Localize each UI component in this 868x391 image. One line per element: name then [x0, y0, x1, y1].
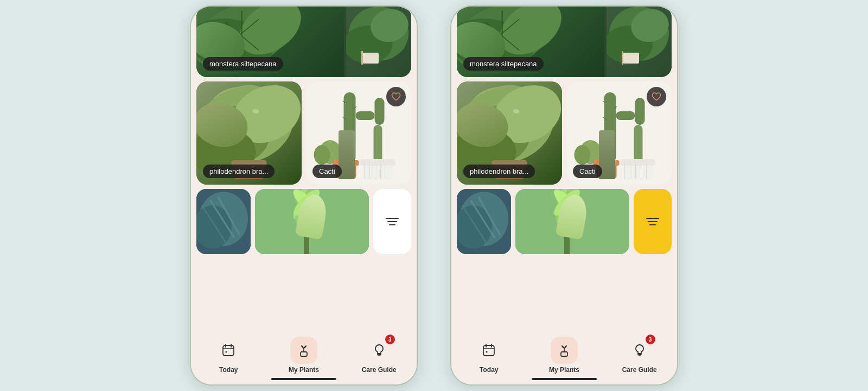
svg-point-95 [575, 145, 591, 165]
filter-line-1 [386, 218, 399, 219]
cacti-card-left[interactable]: Cacti [306, 81, 411, 185]
filter-line-r2 [648, 221, 658, 222]
svg-rect-9 [362, 53, 379, 64]
svg-rect-51 [255, 189, 369, 254]
svg-rect-32 [360, 159, 395, 166]
top-plant-card-right[interactable]: monstera siltepecana [457, 7, 672, 77]
nav-today-right[interactable]: Today [467, 337, 510, 374]
philodendron-card-left[interactable]: philodendron bra... [196, 81, 302, 185]
small-plant-card-left[interactable] [196, 189, 251, 254]
myplants-label-right: My Plants [549, 366, 579, 374]
phone-right: monstera siltepecana phil [450, 5, 678, 386]
today-label-left: Today [219, 366, 238, 374]
careguide-label-right: Care Guide [622, 366, 657, 374]
today-icon-wrap-right [475, 337, 502, 364]
svg-rect-88 [616, 111, 635, 120]
bottom-row-left [196, 189, 411, 254]
bottom-row-right [457, 189, 672, 254]
monstera-side-photo-left [346, 7, 411, 77]
careguide-label-left: Care Guide [362, 366, 397, 374]
middle-row-right: philodendron bra... [457, 81, 672, 185]
myplants-icon-right [557, 343, 571, 357]
cacti-card-right[interactable]: Cacti [566, 81, 672, 185]
svg-rect-21 [356, 111, 375, 120]
careguide-icon-right [633, 343, 647, 357]
heart-button-right[interactable] [647, 87, 666, 106]
svg-point-28 [314, 145, 330, 165]
svg-point-17 [232, 116, 241, 124]
filter-line-3 [389, 224, 395, 225]
monstera-label-left: monstera siltepecana [203, 57, 283, 71]
philodendron-label-right: philodendron bra... [463, 165, 535, 178]
svg-point-84 [492, 116, 502, 124]
svg-rect-22 [375, 98, 385, 125]
svg-rect-113 [515, 189, 629, 254]
phone-content-left: monstera siltepecana [191, 7, 417, 330]
philodendron-card-right[interactable]: philodendron bra... [457, 81, 562, 185]
wide-plant-card-right[interactable] [515, 189, 629, 254]
svg-rect-76 [623, 53, 639, 64]
today-icon-right [482, 343, 496, 357]
careguide-badge-left: 3 [385, 335, 395, 344]
svg-rect-120 [483, 345, 494, 356]
myplants-label-left: My Plants [289, 366, 319, 374]
today-icon-wrap-left [215, 337, 242, 364]
svg-point-62 [226, 351, 227, 353]
svg-rect-114 [564, 216, 570, 254]
myplants-icon-wrap-right [551, 337, 578, 364]
myplants-icon-left [297, 343, 311, 357]
middle-row-left: philodendron bra... [196, 81, 411, 185]
filter-icon-left [386, 218, 399, 225]
home-indicator-right [532, 378, 597, 380]
home-indicator-left [271, 378, 336, 380]
filter-icon-right [646, 218, 659, 225]
today-icon-left [221, 343, 235, 357]
nav-careguide-right[interactable]: 3 Care Guide [618, 337, 661, 374]
careguide-icon-left [372, 343, 386, 357]
small-plant-card-right[interactable] [457, 189, 511, 254]
monstera-label-right: monstera siltepecana [463, 57, 544, 71]
today-label-right: Today [480, 366, 498, 374]
nav-bar-left: Today My Plants 3 Care Guide [191, 330, 417, 384]
top-plant-card-left[interactable]: monstera siltepecana [196, 7, 411, 77]
careguide-badge-right: 3 [646, 335, 655, 344]
filter-line-r3 [649, 224, 656, 225]
svg-rect-125 [561, 352, 567, 356]
nav-bar-right: Today My Plants 3 Care Guide [451, 330, 677, 384]
svg-point-124 [486, 351, 488, 353]
nav-myplants-right[interactable]: My Plants [542, 337, 586, 374]
filter-line-r1 [646, 218, 659, 219]
careguide-icon-wrap-left: 3 [366, 337, 393, 364]
careguide-icon-wrap-right: 3 [626, 337, 653, 364]
nav-careguide-left[interactable]: 3 Care Guide [358, 337, 401, 374]
philodendron-label-left: philodendron bra... [203, 165, 275, 178]
svg-rect-10 [361, 51, 363, 65]
phone-content-right: monstera siltepecana phil [451, 7, 677, 330]
cacti-label-left: Cacti [312, 165, 342, 178]
svg-rect-77 [622, 51, 623, 65]
heart-button-left[interactable] [386, 87, 406, 106]
svg-rect-63 [301, 352, 307, 356]
nav-myplants-left[interactable]: My Plants [282, 337, 326, 374]
svg-rect-58 [223, 345, 234, 356]
filter-button-left[interactable] [373, 189, 411, 254]
monstera-side-photo-right [607, 7, 672, 77]
nav-today-left[interactable]: Today [207, 337, 250, 374]
cacti-label-right: Cacti [573, 165, 602, 178]
svg-rect-99 [621, 159, 656, 166]
svg-rect-52 [304, 216, 309, 254]
filter-line-2 [387, 221, 397, 222]
filter-button-right[interactable] [634, 189, 672, 254]
myplants-icon-wrap-left [290, 337, 317, 364]
wide-plant-card-left[interactable] [255, 189, 369, 254]
phone-left: monstera siltepecana [190, 5, 418, 386]
svg-rect-89 [635, 98, 645, 125]
